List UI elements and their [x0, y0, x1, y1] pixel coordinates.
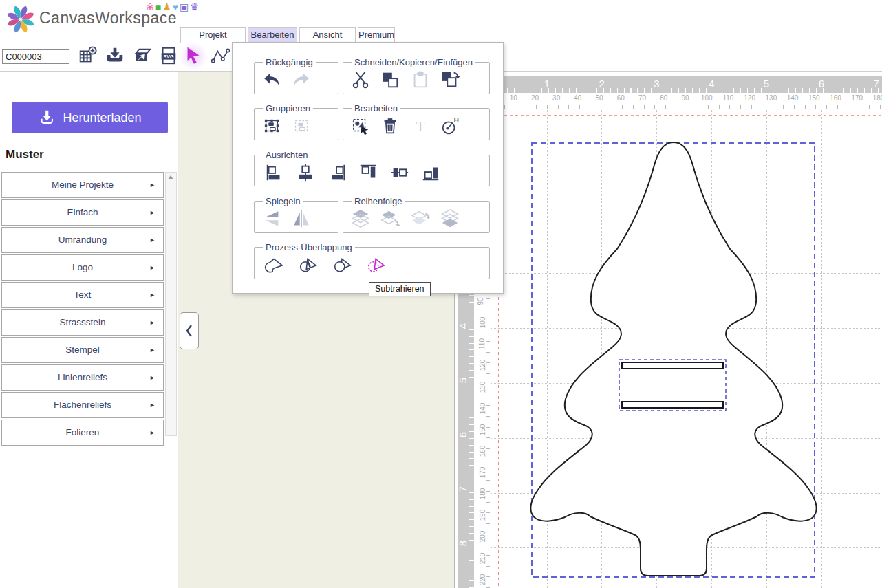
svg-text:SVG: SVG: [164, 54, 174, 59]
weld-icon[interactable]: [264, 254, 285, 275]
path-node-tool-icon[interactable]: [211, 45, 231, 67]
slot-bar-bottom[interactable]: [622, 402, 723, 408]
group-edit: Bearbeiten T: [343, 103, 490, 140]
select-arrow-tool-icon[interactable]: [183, 45, 204, 67]
pattern-category-item[interactable]: Text ►: [1, 282, 164, 308]
pattern-category-item[interactable]: Flächenreliefs ►: [1, 392, 164, 418]
mini-icon: ♥: [173, 1, 180, 12]
svg-text:T: T: [416, 119, 425, 134]
group-order: Reihenfolge: [343, 196, 490, 233]
sidebar: Herunterladen Muster Meine Projekte ► Ei…: [0, 71, 178, 588]
group-process-overlap: Prozess-Überlappung: [254, 242, 490, 279]
pattern-list-scrollbar[interactable]: [165, 172, 177, 436]
submenu-arrow-icon: ►: [149, 393, 155, 417]
align-center-horizontal-icon[interactable]: [295, 162, 316, 183]
project-code-input[interactable]: [2, 49, 69, 64]
svg-file-icon[interactable]: SVG: [158, 45, 179, 67]
import-tray-icon[interactable]: [105, 45, 125, 67]
scrollbar-up-arrow-icon[interactable]: [168, 175, 173, 179]
submenu-arrow-icon: ►: [149, 200, 155, 225]
download-icon: [38, 109, 56, 127]
pattern-category-item[interactable]: Linienreliefs ►: [1, 364, 164, 391]
group-flip: Spiegeln: [254, 196, 338, 233]
group-icon[interactable]: [261, 116, 282, 136]
pattern-category-item[interactable]: Folieren ►: [1, 420, 164, 446]
send-backward-icon[interactable]: [410, 208, 431, 229]
svg-text:H: H: [454, 116, 459, 124]
download-button[interactable]: Herunterladen: [12, 102, 168, 133]
pattern-category-item[interactable]: Strassstein ►: [1, 309, 164, 336]
mini-icon: ♟: [162, 1, 173, 12]
redo-icon[interactable]: [291, 69, 312, 90]
chevron-left-icon: [184, 323, 195, 339]
holder-dial-icon[interactable]: H: [440, 116, 460, 136]
cut-icon[interactable]: [350, 69, 371, 90]
undo-icon[interactable]: [261, 69, 282, 90]
mini-icon: ♛: [190, 1, 200, 12]
pattern-category-item[interactable]: Stempel ►: [1, 337, 164, 363]
slot-bar-top[interactable]: [622, 362, 723, 369]
menu-tab-bar: ProjektBearbeitenAnsichtPremium: [180, 27, 395, 43]
mini-icon: ■: [155, 1, 162, 12]
submenu-arrow-icon: ►: [149, 255, 155, 280]
subtract-icon[interactable]: [366, 254, 387, 275]
submenu-arrow-icon: ►: [149, 228, 155, 252]
ungroup-icon[interactable]: [291, 116, 312, 136]
align-right-icon[interactable]: [327, 162, 347, 183]
premium-feature-icons: ❀■♟♥▣♛: [146, 1, 200, 12]
text-edit-icon[interactable]: T: [410, 116, 431, 136]
group-undo: Rückgängig: [254, 57, 338, 94]
canvasworkspace-app: { "header": { "app_title": "CanvasWorksp…: [0, 0, 882, 588]
submenu-arrow-icon: ►: [149, 173, 155, 197]
patterns-section-title: Muster: [6, 148, 44, 162]
download-label: Herunterladen: [63, 111, 141, 125]
menu-tab[interactable]: Projekt: [180, 27, 246, 43]
crop-overlap-icon[interactable]: [332, 254, 353, 275]
pattern-category-item[interactable]: Umrandung ►: [1, 227, 164, 253]
align-left-icon[interactable]: [264, 162, 285, 183]
canvas-artwork: [455, 71, 882, 588]
menu-tab[interactable]: Bearbeiten: [248, 27, 297, 43]
mat-box-icon[interactable]: [132, 45, 153, 67]
pattern-category-item[interactable]: Meine Projekte ►: [1, 172, 164, 198]
drawing-canvas-area[interactable]: 1234567 10203040506070809010011012013014…: [454, 71, 882, 588]
select-region-icon[interactable]: [350, 116, 371, 136]
menu-tab[interactable]: Ansicht: [299, 27, 356, 43]
group-align: Ausrichten: [254, 150, 490, 186]
bring-forward-icon[interactable]: [380, 208, 400, 229]
pattern-category-item[interactable]: Logo ►: [1, 254, 164, 281]
pattern-category-list: Meine Projekte ► Einfach ► Umrandung ► L…: [1, 172, 164, 447]
align-top-icon[interactable]: [358, 162, 378, 183]
flip-horizontal-icon[interactable]: [291, 208, 312, 229]
edit-menu-panel: Rückgängig Schneiden/Kopieren/Einfügen: [232, 42, 504, 294]
submenu-arrow-icon: ►: [149, 283, 155, 307]
menu-tab[interactable]: Premium: [358, 27, 395, 43]
mini-icon: ❀: [146, 1, 155, 12]
new-project-grid-icon[interactable]: [77, 45, 98, 67]
tooltip: Subtrahieren: [369, 282, 431, 296]
sidebar-collapse-button[interactable]: [180, 312, 199, 349]
submenu-arrow-icon: ►: [149, 365, 155, 390]
send-to-back-icon[interactable]: [440, 208, 460, 229]
duplicate-icon[interactable]: [440, 69, 460, 90]
submenu-arrow-icon: ►: [149, 310, 155, 335]
divide-icon[interactable]: [298, 254, 319, 275]
mini-icon: ▣: [180, 1, 190, 12]
app-logo-icon: [5, 3, 36, 35]
bring-to-front-icon[interactable]: [350, 208, 371, 229]
group-cut-copy-paste: Schneiden/Kopieren/Einfügen: [343, 57, 490, 94]
delete-trash-icon[interactable]: [380, 116, 400, 136]
align-bottom-icon[interactable]: [420, 162, 441, 183]
tree-shape[interactable]: [530, 142, 816, 576]
submenu-arrow-icon: ►: [149, 420, 155, 445]
submenu-arrow-icon: ►: [149, 338, 155, 362]
copy-icon[interactable]: [380, 69, 400, 90]
group-grouping: Gruppieren: [254, 103, 338, 140]
pattern-category-item[interactable]: Einfach ►: [1, 199, 164, 226]
flip-vertical-icon[interactable]: [261, 208, 282, 229]
align-middle-vertical-icon[interactable]: [389, 162, 410, 183]
paste-icon[interactable]: [410, 69, 431, 90]
